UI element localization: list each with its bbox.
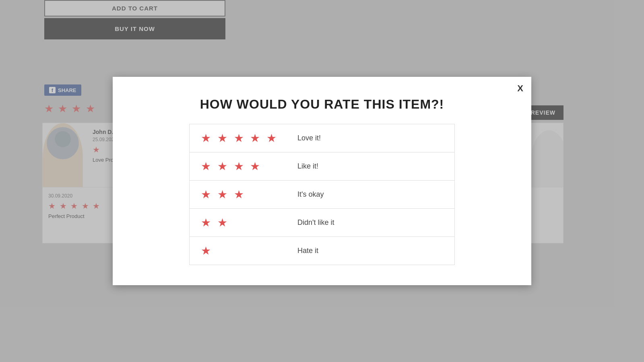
rating-label-love-it: Love it! [297, 134, 321, 142]
rating-label-okay: It's okay [297, 190, 324, 199]
rating-option-like-it[interactable]: ★ ★ ★ ★ Like it! [190, 152, 454, 181]
rating-label-didnt-like: Didn't like it [297, 218, 334, 227]
rating-option-love-it[interactable]: ★ ★ ★ ★ ★ Love it! [190, 124, 454, 152]
close-icon: X [517, 83, 523, 93]
rating-stars-hate-it: ★ [201, 244, 289, 257]
rating-label-like-it: Like it! [297, 162, 318, 171]
modal-close-button[interactable]: X [517, 83, 523, 94]
modal-overlay: X HOW WOULD YOU RATE THIS ITEM?! ★ ★ ★ ★… [0, 0, 644, 362]
rating-options-list: ★ ★ ★ ★ ★ Love it! ★ ★ ★ ★ Like it! ★ ★ … [189, 124, 455, 265]
rating-stars-like-it: ★ ★ ★ ★ [201, 160, 289, 173]
rating-stars-okay: ★ ★ ★ [201, 188, 289, 201]
rating-option-hate-it[interactable]: ★ Hate it [190, 237, 454, 265]
rating-stars-love-it: ★ ★ ★ ★ ★ [201, 132, 289, 145]
rating-modal: X HOW WOULD YOU RATE THIS ITEM?! ★ ★ ★ ★… [113, 77, 531, 285]
rating-label-hate-it: Hate it [297, 247, 318, 255]
rating-option-okay[interactable]: ★ ★ ★ It's okay [190, 181, 454, 209]
rating-option-didnt-like[interactable]: ★ ★ Didn't like it [190, 209, 454, 237]
rating-stars-didnt-like: ★ ★ [201, 216, 289, 229]
modal-title: HOW WOULD YOU RATE THIS ITEM?! [137, 97, 507, 112]
